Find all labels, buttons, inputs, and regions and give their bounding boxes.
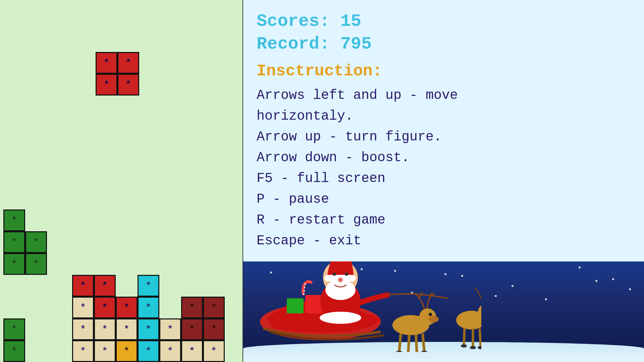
game-board: * * * * * * * * * * * *	[0, 0, 243, 362]
santa-scene: ✦ ✦ ✦ ✦ ✦ ✦	[243, 261, 644, 362]
instruction-line-2: horizontaly.	[257, 106, 631, 127]
block-cell: *	[72, 275, 94, 297]
svg-point-35	[478, 346, 481, 349]
block-cell: *	[117, 52, 139, 74]
block-cell: *	[159, 318, 181, 340]
block-cell: *	[3, 318, 25, 340]
score-display: Scores: 15	[257, 10, 631, 33]
block-cell: *	[94, 340, 116, 362]
block-cell: *	[3, 231, 25, 253]
svg-point-13	[338, 278, 343, 282]
snow-particle	[612, 278, 614, 280]
snow-particle	[545, 298, 547, 300]
block-cell: *	[72, 340, 94, 362]
instruction-line-3: Arrow up - turn figure.	[257, 127, 631, 147]
block-cell: *	[117, 74, 139, 96]
svg-point-10	[325, 280, 356, 300]
block-cell: *	[203, 297, 225, 318]
svg-point-33	[461, 344, 467, 348]
block-cell: *	[181, 297, 203, 318]
instruction-line-7: R - restart game	[257, 210, 631, 231]
block-cell: *	[94, 297, 116, 318]
svg-line-21	[423, 334, 424, 352]
block-cell: *	[25, 253, 47, 275]
snow-particle	[595, 280, 597, 282]
block-cell: *	[72, 297, 94, 318]
svg-point-11	[333, 273, 336, 276]
record-display: Record: 795	[257, 33, 631, 56]
block-cell: *	[94, 318, 116, 340]
block-cell: *	[138, 297, 159, 318]
block-cell: *	[159, 340, 181, 362]
instruction-line-5: F5 - full screen	[257, 168, 631, 189]
block-cell: *	[181, 340, 203, 362]
svg-line-18	[399, 334, 401, 352]
block-cell: *	[3, 253, 25, 275]
snow-particle	[629, 288, 631, 290]
instruction-line-4: Arrow down - boost.	[257, 147, 631, 168]
instruction-line-8: Escape - exit	[257, 231, 631, 251]
info-panel: Scores: 15 Record: 795 Insctruction: Arr…	[243, 0, 644, 362]
block-cell: *	[96, 52, 117, 74]
block-cell: *	[181, 318, 203, 340]
block-cell: *	[96, 74, 117, 96]
block-cell: *	[72, 318, 94, 340]
svg-line-19	[408, 335, 409, 352]
block-cell: *	[3, 340, 25, 362]
instruction-line-6: P - pause	[257, 189, 631, 210]
instruction-title: Insctruction:	[257, 62, 631, 80]
block-cell: *	[116, 297, 138, 318]
svg-point-17	[429, 313, 432, 316]
santa-illustration: ✦ ✦ ✦ ✦ ✦ ✦	[247, 261, 481, 352]
instruction-body: Arrows left and up - move horizontaly. A…	[257, 85, 631, 251]
block-cell: *	[138, 275, 159, 297]
block-cell: *	[116, 340, 138, 362]
info-top: Scores: 15 Record: 795 Insctruction: Arr…	[243, 0, 644, 261]
block-cell: *	[203, 318, 225, 340]
svg-line-30	[464, 328, 465, 345]
svg-line-32	[480, 328, 481, 347]
snow-particle	[512, 285, 514, 287]
active-piece: * * * *	[96, 52, 139, 96]
svg-point-34	[470, 346, 476, 349]
santa-background: ✦ ✦ ✦ ✦ ✦ ✦	[243, 261, 644, 362]
block-cell: *	[116, 318, 138, 340]
svg-point-12	[345, 273, 348, 276]
svg-point-6	[320, 312, 361, 324]
svg-line-20	[416, 335, 417, 352]
snow-particle	[579, 266, 581, 268]
svg-point-26	[456, 311, 481, 329]
block-cell: *	[94, 275, 116, 297]
block-cell: *	[203, 340, 225, 362]
svg-point-25	[421, 351, 428, 352]
svg-rect-1	[287, 298, 304, 313]
instruction-line-1: Arrows left and up - move	[257, 85, 631, 106]
block-cell: *	[138, 340, 159, 362]
block-cell: *	[25, 231, 47, 253]
svg-point-16	[429, 316, 439, 322]
block-cell: *	[138, 318, 159, 340]
snow-particle	[495, 295, 497, 297]
block-cell: *	[3, 209, 25, 231]
svg-point-22	[396, 351, 402, 352]
